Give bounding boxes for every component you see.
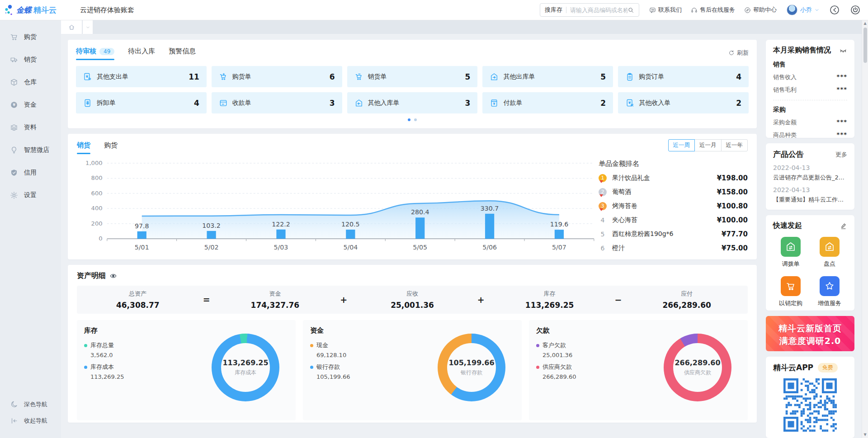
period-button-3[interactable]: 近一年 <box>721 139 748 151</box>
svg-text:103.2: 103.2 <box>202 222 221 229</box>
quick-action-3[interactable]: 以销定购 <box>773 276 808 307</box>
tab-dropdown[interactable] <box>83 20 93 34</box>
period-button-1[interactable]: 近一周 <box>668 139 695 151</box>
page-scrollbar: ▲ ▼ <box>862 20 868 438</box>
ranking-row-6[interactable]: 6橙汁¥75.00 <box>599 241 748 255</box>
announcement-date: 2022-04-13 <box>773 186 847 193</box>
trend-tab-2[interactable]: 购货 <box>104 139 118 154</box>
divider <box>566 7 566 13</box>
eye-icon[interactable] <box>109 272 117 280</box>
todo-card-item-3[interactable]: 销货单5 <box>347 66 478 87</box>
todo-card-item-7[interactable]: 收款单3 <box>212 92 342 113</box>
todo-tabrow: 待审核49待出入库预警信息 刷新 <box>76 45 749 60</box>
quick-actions-grid: 调拨单盘点以销定购增值服务 <box>773 237 847 307</box>
avatar[interactable] <box>787 5 797 15</box>
sidebar-item-5[interactable]: 资料 <box>0 116 61 139</box>
pagination-dots <box>76 118 749 121</box>
ranking-row-2[interactable]: 2葡萄酒¥158.00 <box>599 185 748 199</box>
summary-label: 资金 <box>214 290 336 298</box>
eye-closed-icon[interactable] <box>839 47 847 55</box>
more-link[interactable]: 更多 <box>835 151 847 159</box>
sidebar-item-2[interactable]: 销货 <box>0 48 61 71</box>
product-name: 夹心海苔 <box>612 216 713 224</box>
scroll-up-arrow[interactable]: ▲ <box>863 20 866 27</box>
todo-card-item-2[interactable]: 购货单6 <box>212 66 342 87</box>
moon-icon <box>10 400 18 409</box>
scroll-down-arrow[interactable]: ▼ <box>863 432 866 438</box>
search-input[interactable] <box>570 7 627 14</box>
overview-value: *** <box>837 86 847 94</box>
ranking-row-3[interactable]: 3烤海苔卷¥100.80 <box>599 199 748 213</box>
todo-card-item-8[interactable]: 其他入库单3 <box>347 92 478 113</box>
sidebar-item-7[interactable]: 信用 <box>0 161 61 184</box>
legend-label: 供应商欠款 <box>542 363 572 371</box>
todo-card-item-6[interactable]: 拆卸单4 <box>76 92 207 113</box>
legend-dot-icon <box>310 366 313 369</box>
header-link-2[interactable]: 售后在线服务 <box>691 6 735 14</box>
todo-tab-3[interactable]: 预警信息 <box>169 45 196 60</box>
brand-logo[interactable]: 金蝶 精斗云 <box>0 5 61 15</box>
todo-card-item-5[interactable]: 购货订单4 <box>618 66 749 87</box>
donut-center-label: 银行存款 <box>461 369 482 377</box>
edit-pencil-icon[interactable] <box>840 222 847 230</box>
svg-text:119.6: 119.6 <box>550 221 569 228</box>
sidebar-item-4[interactable]: ¥资金 <box>0 94 61 116</box>
home-tab[interactable] <box>61 20 82 34</box>
trend-chart-area: 销货购货 02004006008001,00097.8103.2122.2120… <box>77 139 599 254</box>
stock-search[interactable]: 搜库存 <box>540 3 639 17</box>
todo-card-count: 2 <box>736 99 741 108</box>
todo-card-item-1[interactable]: ¥其他支出单11 <box>76 66 207 87</box>
todo-tab-1[interactable]: 待审核49 <box>76 45 114 60</box>
announcement-link[interactable]: 【重要通知】精斗云工作台域... <box>773 196 847 204</box>
quick-action-4[interactable]: 增值服务 <box>812 276 847 307</box>
summary-operator: + <box>473 295 489 305</box>
todo-card-item-9[interactable]: ¥付款单2 <box>482 92 613 113</box>
transfer-house-icon <box>785 241 796 252</box>
overview-row: 采购金额*** <box>773 118 847 127</box>
donut-chart: 105,199.66银行存款 <box>438 334 505 401</box>
sidebar-item-3[interactable]: 仓库 <box>0 71 61 94</box>
donut-chart: 113,269.25库存成本 <box>212 334 279 401</box>
sidebar-item-6[interactable]: 智慧微店 <box>0 139 61 161</box>
refresh-button[interactable]: 刷新 <box>728 49 749 57</box>
scrollbar-thumb[interactable] <box>863 28 867 63</box>
ranking-row-4[interactable]: 4夹心海苔¥100.00 <box>599 213 748 227</box>
doc-split-icon <box>83 99 92 108</box>
trend-tab-1[interactable]: 销货 <box>77 139 90 154</box>
quick-action-1[interactable]: 调拨单 <box>773 237 808 268</box>
ranking-row-1[interactable]: 1果汁饮品礼盒¥198.00 <box>599 171 748 185</box>
header-link-3[interactable]: 帮助中心 <box>744 6 777 14</box>
search-icon[interactable] <box>627 7 634 14</box>
announcement-link[interactable]: 云进销存产品更新公告_20220... <box>773 174 847 182</box>
legend-label: 库存成本 <box>90 363 114 371</box>
search-scope-label[interactable]: 搜库存 <box>545 6 562 14</box>
sidebar-footer-item-2[interactable]: 收起导航 <box>0 413 61 429</box>
todo-card-count: 4 <box>194 99 199 108</box>
sales-trend-chart: 02004006008001,00097.8103.2122.2120.5280… <box>77 158 599 254</box>
summary-block-5: 应付266,289.60 <box>626 290 748 310</box>
sidebar-item-1[interactable]: 购货 <box>0 26 61 48</box>
chevron-down-icon <box>815 8 819 12</box>
home-icon <box>68 24 75 31</box>
rank-number: 6 <box>599 245 607 252</box>
pay-icon: ¥ <box>490 99 499 108</box>
svg-text:5/01: 5/01 <box>135 244 149 251</box>
period-button-2[interactable]: 近一月 <box>694 139 722 151</box>
todo-card-item-4[interactable]: 其他出库单5 <box>482 66 613 87</box>
sidebar-footer-item-1[interactable]: 深色导航 <box>0 396 61 413</box>
header-link-1[interactable]: 联系我们 <box>649 6 682 14</box>
todo-tab-2[interactable]: 待出入库 <box>128 45 155 60</box>
dot-active[interactable] <box>408 118 410 121</box>
dot[interactable] <box>414 118 417 121</box>
survey-banner[interactable]: 精斗云新版首页 满意度调研2.0 全新首页已到来 期待收到您的反馈 <box>766 316 854 351</box>
month-sections: 销售销售收入***销售毛利***采购采购金额***商品种类*** <box>773 61 847 139</box>
power-button[interactable] <box>850 5 861 15</box>
svg-text:5/06: 5/06 <box>482 244 497 251</box>
ranking-row-5[interactable]: 5西红柿意粉酱190g*6¥77.70 <box>599 227 748 241</box>
todo-card-item-10[interactable]: ¥其他收入单2 <box>618 92 749 113</box>
product-amount: ¥100.80 <box>717 202 748 210</box>
sidebar-item-8[interactable]: 设置 <box>0 184 61 207</box>
back-circle-button[interactable] <box>829 5 840 15</box>
quick-action-2[interactable]: 盘点 <box>812 237 847 268</box>
user-menu[interactable]: 小乔 <box>787 5 819 15</box>
